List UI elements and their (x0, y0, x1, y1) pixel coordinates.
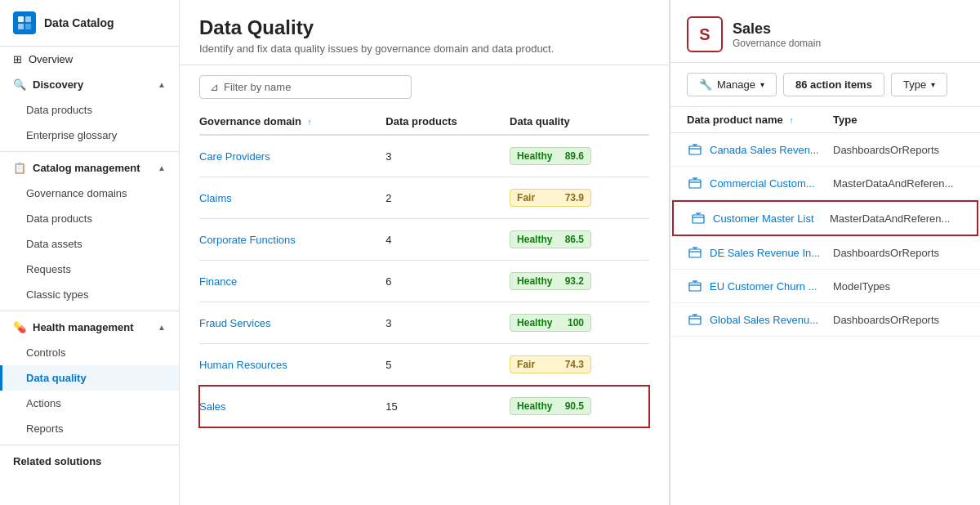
sidebar-item-governance-domains[interactable]: Governance domains (0, 181, 179, 206)
panel-list-item[interactable]: EU Customer Churn ...ModelTypes (670, 270, 980, 303)
cell-domain[interactable]: Sales (199, 386, 385, 427)
badge-score: 90.5 (565, 400, 584, 412)
sidebar-item-requests[interactable]: Requests (0, 257, 179, 282)
col-header-product-name[interactable]: Data product name ↑ (687, 114, 833, 126)
filter-bar: ⊿ Filter by name (180, 65, 669, 109)
product-name: EU Customer Churn ... (710, 280, 833, 293)
panel-list-item[interactable]: Commercial Custom...MasterDataAndReferen… (670, 167, 980, 200)
badge-score: 100 (568, 317, 584, 328)
sidebar-item-health-management[interactable]: 💊 Health management ▲ (0, 315, 179, 340)
sidebar-item-discovery[interactable]: 🔍 Discovery ▲ (0, 72, 179, 97)
action-items-button[interactable]: 86 action items (783, 73, 884, 96)
table-row[interactable]: Fraud Services3Healthy100 (199, 302, 649, 344)
panel-table-header: Data product name ↑ Type (670, 107, 980, 133)
table-row[interactable]: Claims2Fair73.9 (199, 177, 649, 219)
panel-list-item[interactable]: Global Sales Revenu...DashboardsOrReport… (670, 303, 980, 337)
wrench-icon: 🔧 (699, 78, 712, 91)
table-row[interactable]: Finance6Healthy93.2 (199, 261, 649, 302)
cell-domain[interactable]: Finance (199, 261, 385, 302)
product-type: DashboardsOrReports (833, 144, 964, 156)
product-name: Global Sales Revenu... (710, 314, 833, 326)
page-header: Data Quality Identify and fix data quali… (180, 0, 669, 65)
cell-quality: Healthy86.5 (510, 219, 649, 261)
panel-actions: 🔧 Manage ▾ 86 action items Type ▾ (670, 63, 980, 107)
sidebar-item-controls[interactable]: Controls (0, 340, 179, 365)
product-name: Customer Master List (713, 212, 830, 225)
col-header-domain[interactable]: Governance domain ↑ (199, 109, 385, 135)
col-header-products[interactable]: Data products (385, 109, 510, 135)
sidebar-item-data-assets[interactable]: Data assets (0, 231, 179, 257)
cell-quality: Healthy100 (510, 302, 649, 344)
cell-domain[interactable]: Claims (199, 177, 385, 219)
right-panel: S Sales Governance domain 🔧 Manage ▾ 86 … (670, 0, 980, 505)
product-type: DashboardsOrReports (833, 247, 964, 259)
table-row[interactable]: Sales15Healthy90.5 (199, 386, 649, 427)
svg-rect-9 (689, 316, 701, 324)
product-name: Canada Sales Reven... (710, 144, 833, 156)
product-type: MasterDataAndReferen... (833, 177, 964, 190)
catalog-icon: 📋 (13, 162, 26, 174)
sidebar-item-catalog-management[interactable]: 📋 Catalog management ▲ (0, 155, 179, 181)
cell-products: 6 (385, 261, 510, 302)
divider-2 (0, 311, 179, 311)
quality-badge: Fair74.3 (510, 355, 591, 373)
badge-label: Fair (517, 359, 535, 370)
panel-list-item[interactable]: DE Sales Revenue In...DashboardsOrReport… (670, 236, 980, 270)
entity-name: Sales (733, 20, 821, 38)
type-button[interactable]: Type ▾ (891, 73, 947, 96)
cell-domain[interactable]: Care Providers (199, 135, 385, 177)
quality-badge: Healthy93.2 (510, 272, 591, 290)
filter-placeholder: Filter by name (224, 81, 291, 93)
badge-score: 73.9 (565, 192, 584, 203)
discovery-icon: 🔍 (13, 78, 26, 91)
panel-list: Canada Sales Reven...DashboardsOrReports… (670, 133, 980, 505)
manage-button[interactable]: 🔧 Manage ▾ (687, 73, 777, 96)
logo-icon (13, 11, 36, 34)
badge-score: 86.5 (565, 234, 584, 245)
cell-products: 2 (385, 177, 510, 219)
panel-list-item[interactable]: Customer Master ListMasterDataAndReferen… (672, 200, 978, 236)
badge-label: Healthy (517, 400, 552, 412)
cell-products: 3 (385, 135, 510, 177)
svg-rect-8 (689, 283, 701, 291)
cell-products: 15 (385, 386, 510, 427)
sidebar-item-data-products-discovery[interactable]: Data products (0, 97, 179, 123)
entity-type: Governance domain (733, 38, 821, 49)
sidebar-item-reports[interactable]: Reports (0, 416, 179, 441)
app-logo[interactable]: Data Catalog (0, 0, 179, 47)
entity-info: Sales Governance domain (733, 20, 821, 49)
sort-icon-product: ↑ (789, 116, 793, 125)
sidebar-item-data-products-catalog[interactable]: Data products (0, 206, 179, 231)
cell-quality: Healthy89.6 (510, 135, 649, 177)
data-table: Governance domain ↑ Data products Data q… (199, 109, 649, 427)
svg-rect-0 (18, 16, 24, 22)
sidebar-item-overview[interactable]: ⊞ Overview (0, 47, 179, 72)
badge-label: Healthy (517, 234, 552, 245)
sort-icon-domain: ↑ (308, 118, 312, 127)
sidebar-item-data-quality[interactable]: Data quality (0, 365, 179, 391)
sidebar-item-enterprise-glossary[interactable]: Enterprise glossary (0, 123, 179, 148)
cell-domain[interactable]: Human Resources (199, 344, 385, 386)
badge-label: Fair (517, 192, 535, 203)
panel-entity: S Sales Governance domain (687, 16, 964, 52)
product-name: Commercial Custom... (710, 177, 833, 190)
sidebar-item-actions[interactable]: Actions (0, 391, 179, 416)
cell-products: 4 (385, 219, 510, 261)
table-row[interactable]: Human Resources5Fair74.3 (199, 344, 649, 386)
badge-label: Healthy (517, 317, 552, 328)
sidebar: Data Catalog ⊞ Overview 🔍 Discovery ▲ Da… (0, 0, 180, 505)
filter-input[interactable]: ⊿ Filter by name (199, 75, 412, 99)
quality-badge: Healthy90.5 (510, 397, 591, 415)
sidebar-item-classic-types[interactable]: Classic types (0, 282, 179, 307)
cell-domain[interactable]: Corporate Functions (199, 219, 385, 261)
panel-list-item[interactable]: Canada Sales Reven...DashboardsOrReports (670, 133, 980, 167)
table-row[interactable]: Corporate Functions4Healthy86.5 (199, 219, 649, 261)
sidebar-item-related-solutions[interactable]: Related solutions (0, 449, 179, 474)
badge-label: Healthy (517, 275, 552, 287)
table-row[interactable]: Care Providers3Healthy89.6 (199, 135, 649, 177)
cell-quality: Fair73.9 (510, 177, 649, 219)
divider-1 (0, 151, 179, 152)
col-header-quality[interactable]: Data quality (510, 109, 649, 135)
product-icon (687, 278, 703, 294)
cell-domain[interactable]: Fraud Services (199, 302, 385, 344)
